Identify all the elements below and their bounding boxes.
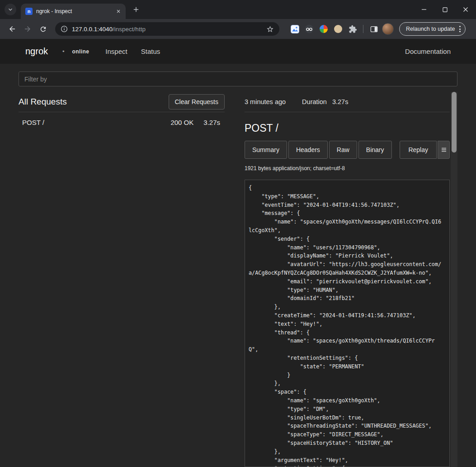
tab-raw[interactable]: Raw <box>329 141 357 159</box>
ngrok-favicon: n <box>25 8 33 15</box>
requests-panel-title: All Requests <box>19 97 67 107</box>
url-bar[interactable]: 127.0.0.1:4040/inspect/http <box>55 22 279 36</box>
side-panel-button[interactable] <box>368 23 380 35</box>
side-panel-icon <box>370 25 378 33</box>
site-info-icon[interactable] <box>61 25 68 33</box>
scrollbar-thumb[interactable] <box>452 92 457 152</box>
divider <box>245 112 450 112</box>
extension-photo-icon[interactable] <box>288 23 301 35</box>
duration-value: 3.27s <box>332 98 348 105</box>
puzzle-icon <box>349 25 357 33</box>
request-duration: 3.27s <box>203 119 220 126</box>
back-button[interactable] <box>5 22 19 36</box>
chevron-down-icon <box>7 6 14 13</box>
duration-label: Duration <box>302 98 327 105</box>
minimize-icon <box>421 7 427 12</box>
forward-icon <box>24 25 32 33</box>
nav-item-status[interactable]: Status <box>141 48 160 55</box>
detail-scrollbar[interactable] <box>451 92 457 467</box>
replay-group: Replay <box>400 141 450 159</box>
body-meta: 1921 bytes application/json; charset=utf… <box>245 165 450 172</box>
menu-lines-icon <box>441 148 447 152</box>
ngrok-header: ngrok • online Inspect Status Documentat… <box>0 39 476 64</box>
url-path: /inspect/http <box>113 26 146 33</box>
close-button[interactable] <box>455 0 476 19</box>
inspect-page: All Requests Clear Requests POST / 200 O… <box>0 64 476 467</box>
request-time-ago: 3 minutes ago <box>245 98 286 105</box>
plus-icon <box>132 6 140 13</box>
minimize-button[interactable] <box>414 0 434 19</box>
browser-tab[interactable]: n ngrok - Inspect <box>21 4 126 19</box>
extension-color-wheel-icon[interactable] <box>317 23 330 35</box>
relaunch-label: Relaunch to update <box>406 26 455 32</box>
toolbar-divider <box>363 25 363 33</box>
status-badge: online <box>72 48 90 55</box>
bookmark-star-button[interactable] <box>266 25 274 33</box>
tab-title: ngrok - Inspect <box>36 8 112 14</box>
status-dot-icon: • <box>62 48 65 55</box>
extension-glasses-icon[interactable] <box>303 23 316 35</box>
relaunch-to-update-button[interactable]: Relaunch to update <box>399 22 466 36</box>
tab-search-button[interactable] <box>5 4 16 15</box>
url-text: 127.0.0.1:4040/inspect/http <box>72 26 146 33</box>
extensions-puzzle-button[interactable] <box>346 23 359 35</box>
forward-button[interactable] <box>21 22 34 36</box>
star-icon <box>266 25 274 33</box>
request-body-viewer: { "type": "MESSAGE", "eventTime": "2024-… <box>245 180 450 467</box>
reload-button[interactable] <box>36 22 50 36</box>
requests-panel: All Requests Clear Requests POST / 200 O… <box>19 92 225 467</box>
detail-title: POST / <box>245 122 450 134</box>
clear-requests-button[interactable]: Clear Requests <box>169 94 225 110</box>
detail-tabs: Summary Headers Raw Binary Replay <box>245 141 450 159</box>
detail-panel: 3 minutes ago Duration 3.27s POST / Summ… <box>245 92 457 467</box>
replay-options-button[interactable] <box>438 141 450 159</box>
tab-headers[interactable]: Headers <box>288 141 328 159</box>
url-host: 127.0.0.1:4040 <box>72 26 113 33</box>
browser-toolbar: 127.0.0.1:4040/inspect/http Relaunch to … <box>0 19 476 39</box>
new-tab-button[interactable] <box>129 3 143 16</box>
request-status: 200 OK <box>170 119 193 126</box>
tab-summary[interactable]: Summary <box>245 141 287 159</box>
site-nav: Inspect Status <box>105 48 160 55</box>
request-list-item[interactable]: POST / 200 OK 3.27s <box>19 112 225 133</box>
request-method-path: POST / <box>22 119 170 126</box>
browser-tabstrip: n ngrok - Inspect <box>0 0 476 19</box>
nav-item-documentation[interactable]: Documentation <box>405 48 451 55</box>
profile-avatar[interactable] <box>382 23 394 35</box>
reload-icon <box>39 25 47 33</box>
maximize-button[interactable] <box>434 0 455 19</box>
filter-input[interactable] <box>19 71 457 86</box>
back-icon <box>8 25 16 33</box>
nav-item-inspect[interactable]: Inspect <box>105 48 127 55</box>
close-icon <box>463 7 468 12</box>
extension-tan-icon[interactable] <box>332 23 344 35</box>
window-controls <box>414 0 476 19</box>
tab-binary[interactable]: Binary <box>358 141 392 159</box>
maximize-icon <box>443 7 448 12</box>
tab-close-icon[interactable] <box>116 9 121 14</box>
ngrok-logo: ngrok <box>25 46 48 57</box>
browser-menu-kebab-icon[interactable] <box>459 26 461 32</box>
replay-button[interactable]: Replay <box>400 141 437 159</box>
request-body-json: { "type": "MESSAGE", "eventTime": "2024-… <box>249 184 446 467</box>
